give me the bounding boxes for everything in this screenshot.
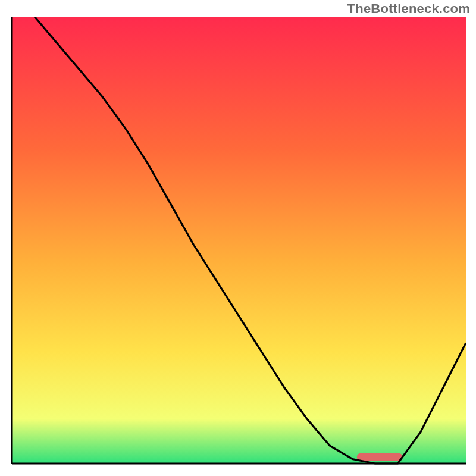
chart-svg [10, 17, 466, 465]
plot-area [10, 17, 466, 465]
optimal-marker [357, 453, 402, 461]
gradient-background [12, 17, 466, 464]
chart-stage: TheBottleneck.com [0, 0, 476, 476]
watermark-text: TheBottleneck.com [347, 1, 470, 17]
